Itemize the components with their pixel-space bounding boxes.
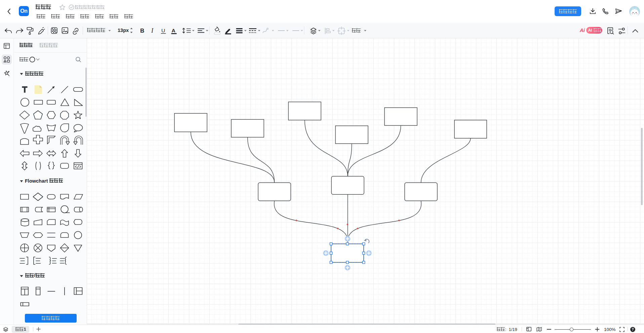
svg-text:B: B [140,28,144,34]
svg-text:I: I [151,27,154,34]
svg-text:A: A [172,28,175,33]
svg-text:U: U [161,28,165,33]
